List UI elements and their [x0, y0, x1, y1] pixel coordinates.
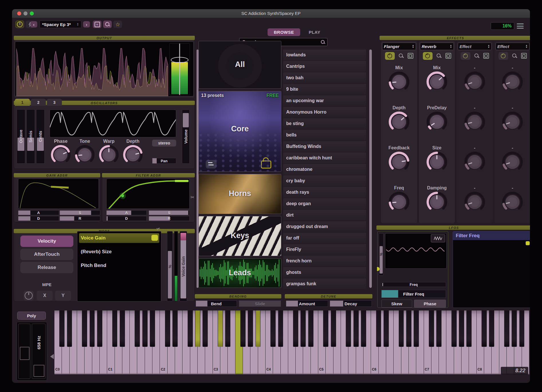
key-G#6[interactable]	[407, 310, 411, 347]
key-A#8[interactable]	[520, 310, 524, 347]
preset-item[interactable]: cry baby	[283, 175, 366, 186]
gain-attack-slider[interactable]: A	[18, 210, 59, 215]
mod-percent-slider[interactable]: %	[167, 231, 173, 302]
copy-icon[interactable]	[483, 53, 489, 59]
menu-button[interactable]	[517, 23, 524, 29]
preset-field[interactable]: *Spacey Ep 3* ▲▼	[40, 21, 81, 28]
mod-assignment-pitch-bend[interactable]: Pitch Bend	[79, 261, 159, 270]
param-knob[interactable]	[381, 111, 417, 133]
key-G#4[interactable]	[301, 310, 306, 347]
magnifier-icon[interactable]	[398, 53, 404, 58]
mpe-y-button[interactable]: Y	[55, 291, 71, 300]
cents-slider[interactable]: Cents	[36, 109, 45, 164]
param-knob[interactable]	[419, 151, 455, 173]
semis-slider[interactable]: Semis	[26, 109, 35, 164]
filter-release-slider[interactable]: R	[149, 216, 190, 221]
bend-slider[interactable]: Bend	[196, 300, 237, 307]
effect-power-button[interactable]	[461, 52, 470, 60]
key-F#1[interactable]	[135, 310, 140, 347]
preset-item[interactable]: 9 bite	[283, 84, 366, 95]
copy-icon[interactable]	[408, 53, 413, 59]
detune-amount-slider[interactable]: Amount	[286, 300, 328, 307]
preset-item[interactable]: far off	[283, 233, 366, 243]
key-G#3[interactable]	[248, 310, 253, 347]
filter-decay-slider[interactable]: D	[106, 216, 147, 221]
key-A#6[interactable]	[414, 310, 419, 347]
tab-browse[interactable]: BROWSE	[268, 28, 300, 36]
key-D#1[interactable]	[120, 310, 125, 347]
key-C#8[interactable]	[482, 310, 486, 347]
key-A#2[interactable]	[203, 310, 207, 347]
magnifier-icon[interactable]	[436, 53, 441, 58]
key-D#6[interactable]	[384, 310, 388, 347]
key-D#5[interactable]	[331, 310, 336, 347]
preset-item[interactable]: Anonymous Horro	[283, 107, 366, 118]
mod-source-velocity[interactable]: Velocity	[20, 235, 73, 247]
param-knob[interactable]	[494, 71, 530, 93]
key-G#1[interactable]	[143, 310, 147, 347]
magnifier-icon[interactable]	[512, 53, 517, 58]
lfo-target-badge[interactable]	[526, 241, 530, 245]
key-C#1[interactable]	[113, 310, 117, 347]
mod-assignment-reverb-size[interactable]: (Reverb) Size	[79, 247, 159, 257]
preset-item[interactable]: lowlands	[283, 50, 366, 60]
effect-type-select[interactable]: Effect▲▼	[496, 43, 529, 50]
gain-release-slider[interactable]: R	[60, 216, 100, 221]
category-tile-core[interactable]: 13 presets FREE Core	[199, 91, 281, 172]
effect-power-button[interactable]	[423, 52, 433, 60]
category-tile-keys[interactable]: Keys	[199, 216, 281, 256]
preset-item[interactable]: Buffeting Winds	[283, 141, 366, 152]
effect-type-select[interactable]: Effect▲▼	[458, 43, 492, 50]
param-knob[interactable]	[494, 111, 530, 133]
preset-list-icon[interactable]	[206, 160, 217, 169]
key-G#0[interactable]	[90, 310, 95, 347]
key-D#3[interactable]	[225, 310, 230, 347]
filter-attack-slider[interactable]: A	[106, 210, 147, 215]
key-A#0[interactable]	[97, 310, 102, 347]
key-D#7[interactable]	[437, 310, 441, 347]
preset-item[interactable]: two bah	[283, 72, 366, 83]
mpe-knob-button[interactable]	[23, 291, 34, 300]
key-D#4[interactable]	[278, 310, 283, 347]
prev-preset-button[interactable]: ‹	[30, 21, 37, 27]
key-F#6[interactable]	[399, 310, 404, 347]
key-A#3[interactable]	[256, 310, 260, 347]
key-C#6[interactable]	[376, 310, 381, 347]
key-C#2[interactable]	[165, 310, 170, 347]
key-C#3[interactable]	[218, 310, 223, 347]
preset-item[interactable]: be sting	[283, 118, 366, 129]
param-knob[interactable]	[457, 71, 493, 93]
osc-knob-tone[interactable]: Tone	[73, 139, 97, 165]
osc-tab-1[interactable]: 1	[15, 99, 30, 106]
octave-slider[interactable]: Octave	[17, 109, 25, 164]
preset-item[interactable]: Cantrips	[283, 61, 366, 72]
category-tile-all[interactable]: All	[199, 41, 281, 89]
copy-icon[interactable]	[521, 53, 527, 59]
preset-item[interactable]: french horn	[283, 256, 366, 266]
param-knob[interactable]	[419, 71, 455, 93]
osc-volume-slider[interactable]: Volume	[182, 110, 190, 164]
key-D#2[interactable]	[173, 310, 177, 347]
master-volume-track[interactable]	[179, 43, 180, 95]
copy-icon[interactable]	[445, 53, 451, 59]
param-knob[interactable]	[457, 151, 493, 173]
pitch-wheel[interactable]	[18, 324, 30, 379]
osc-knob-depth[interactable]: Depth	[121, 139, 145, 165]
poly-button[interactable]: Poly	[17, 312, 46, 320]
preset-item[interactable]: deep organ	[283, 198, 366, 209]
key-F#0[interactable]	[82, 310, 87, 347]
stereo-button[interactable]: stereo	[152, 140, 176, 146]
preset-item[interactable]: grampas funk	[283, 278, 366, 289]
key-F#8[interactable]	[504, 310, 509, 347]
param-knob[interactable]	[494, 151, 530, 173]
key-F#3[interactable]	[241, 310, 245, 347]
param-knob[interactable]	[457, 191, 493, 213]
mod-assignment-voice-gain[interactable]: Voice Gain	[79, 233, 159, 243]
skew-button[interactable]: Skew	[381, 300, 412, 308]
effect-type-select[interactable]: Flanger▲▼	[382, 43, 416, 50]
osc-knob-warp[interactable]: Warp	[97, 139, 121, 165]
preset-scrollbar[interactable]	[369, 50, 372, 288]
preset-item[interactable]: bells	[283, 130, 366, 140]
mod-wheel[interactable]: 658 Hz	[32, 324, 46, 379]
mod-wheel-handle[interactable]	[34, 365, 44, 377]
